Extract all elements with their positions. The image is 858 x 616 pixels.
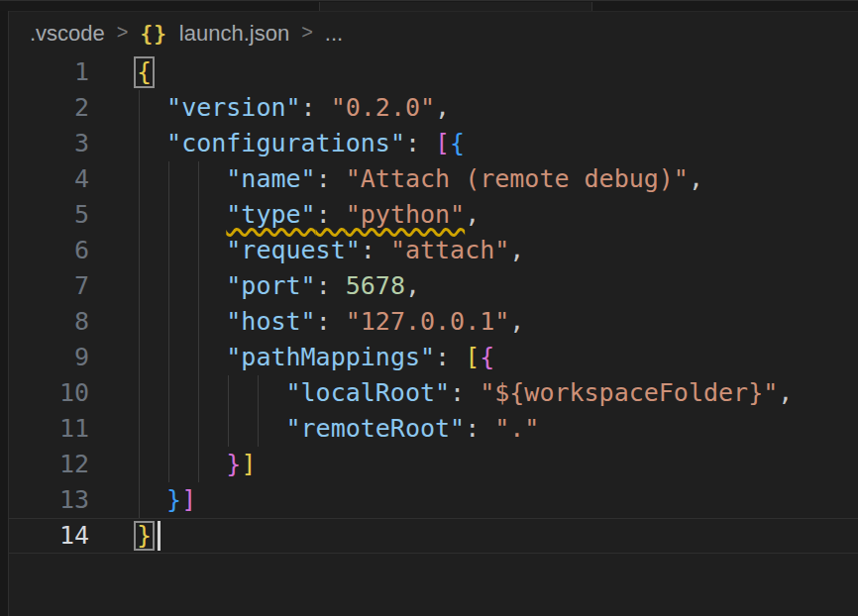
code-token	[137, 378, 286, 407]
warning-squiggle-span: "type": "python"	[226, 200, 465, 229]
chevron-right-icon: >	[117, 21, 129, 44]
code-line-6[interactable]: 6 "request": "attach",	[9, 233, 858, 268]
code-token	[137, 236, 226, 264]
code-token: "configurations"	[166, 129, 405, 157]
code-token	[137, 307, 226, 336]
code-token: :	[301, 93, 331, 122]
line-number[interactable]: 4	[9, 161, 89, 197]
code-token: :	[316, 164, 346, 193]
code-token: "type"	[226, 200, 315, 229]
code-text: "port": 5678,	[137, 268, 420, 304]
line-number[interactable]: 7	[9, 268, 89, 304]
code-token: "${workspaceFolder}"	[480, 378, 778, 407]
code-token: ,	[465, 200, 480, 229]
code-token: ,	[405, 271, 420, 300]
code-token: ,	[689, 164, 703, 193]
code-token	[137, 271, 226, 300]
code-token: :	[316, 271, 346, 300]
code-token: "attach"	[390, 236, 509, 264]
matched-bracket: }	[137, 519, 152, 553]
code-token: :	[405, 129, 435, 157]
code-line-14[interactable]: 14}	[9, 518, 858, 554]
matched-bracket: {	[137, 54, 152, 90]
code-token: "localRoot"	[286, 378, 451, 407]
code-token: "name"	[226, 164, 315, 193]
code-line-13[interactable]: 13 }]	[9, 482, 858, 518]
code-line-3[interactable]: 3 "configurations": [{	[9, 126, 858, 161]
editor-left-rail	[0, 11, 9, 616]
breadcrumb-file[interactable]: launch.json	[179, 21, 289, 47]
breadcrumb-symbol-ellipsis[interactable]: ...	[325, 21, 343, 47]
code-text: {	[137, 54, 152, 90]
code-token	[137, 485, 166, 514]
code-line-5[interactable]: 5 "type": "python",	[9, 197, 858, 233]
code-token: ,	[509, 236, 524, 264]
code-token: {	[450, 129, 465, 157]
code-line-10[interactable]: 10 "localRoot": "${workspaceFolder}",	[9, 375, 858, 411]
line-number[interactable]: 14	[9, 519, 89, 553]
line-number[interactable]: 8	[9, 304, 89, 340]
code-token	[137, 450, 226, 478]
code-text: }]	[137, 482, 196, 518]
json-braces-icon: {}	[141, 22, 167, 46]
code-line-4[interactable]: 4 "name": "Attach (remote debug)",	[9, 161, 858, 197]
code-text: "remoteRoot": "."	[137, 411, 539, 447]
code-text: "pathMappings": [{	[137, 340, 494, 375]
code-token: "request"	[226, 236, 360, 264]
tab-bar[interactable]	[0, 0, 858, 11]
line-number[interactable]: 6	[9, 233, 89, 268]
code-token: 5678	[346, 271, 405, 300]
code-line-9[interactable]: 9 "pathMappings": [{	[9, 340, 858, 375]
line-number[interactable]: 10	[9, 375, 89, 411]
code-token: "pathMappings"	[226, 343, 435, 371]
line-number[interactable]: 11	[9, 411, 89, 447]
code-token: :	[435, 343, 465, 371]
code-token: :	[465, 414, 494, 443]
chevron-right-icon: >	[301, 21, 313, 44]
line-number[interactable]: 2	[9, 90, 89, 126]
code-token: "version"	[166, 93, 300, 122]
code-token: ,	[778, 378, 793, 407]
code-token: :	[450, 378, 480, 407]
breadcrumb-folder[interactable]: .vscode	[30, 21, 105, 47]
code-token: ]	[241, 450, 256, 478]
code-line-12[interactable]: 12 }]	[9, 447, 858, 482]
code-line-11[interactable]: 11 "remoteRoot": "."	[9, 411, 858, 447]
code-token: "127.0.0.1"	[346, 307, 510, 336]
code-token: ]	[181, 485, 196, 514]
code-token	[137, 129, 166, 157]
line-number[interactable]: 9	[9, 340, 89, 375]
code-token: ,	[509, 307, 524, 336]
code-token: "python"	[346, 200, 465, 229]
line-number[interactable]: 5	[9, 197, 89, 233]
code-token: {	[480, 343, 494, 371]
code-text: "configurations": [{	[137, 126, 465, 161]
line-number[interactable]: 13	[9, 482, 89, 518]
code-token: "Attach (remote debug)"	[346, 164, 689, 193]
code-line-1[interactable]: 1{	[9, 54, 858, 90]
line-number[interactable]: 3	[9, 126, 89, 161]
code-token	[137, 414, 286, 443]
code-text: "request": "attach",	[137, 233, 524, 268]
code-text: "type": "python",	[137, 197, 480, 233]
code-text: }]	[137, 447, 256, 482]
code-line-8[interactable]: 8 "host": "127.0.0.1",	[9, 304, 858, 340]
code-token: "0.2.0"	[331, 93, 435, 122]
code-token: ,	[435, 93, 450, 122]
code-token: :	[361, 236, 390, 264]
code-text: "name": "Attach (remote debug)",	[137, 161, 703, 197]
code-token: :	[316, 200, 346, 229]
code-area[interactable]: 1{2 "version": "0.2.0",3 "configurations…	[9, 54, 858, 616]
code-token	[137, 200, 226, 229]
code-text: }	[137, 519, 152, 553]
code-token: }	[226, 450, 241, 478]
code-token: }	[166, 485, 181, 514]
code-line-2[interactable]: 2 "version": "0.2.0",	[9, 90, 858, 126]
line-number[interactable]: 1	[9, 54, 89, 90]
code-token: "port"	[226, 271, 315, 300]
breadcrumb: .vscode > {} launch.json > ...	[9, 12, 858, 54]
code-line-7[interactable]: 7 "port": 5678,	[9, 268, 858, 304]
code-token: "host"	[226, 307, 315, 336]
code-token	[137, 164, 226, 193]
line-number[interactable]: 12	[9, 447, 89, 482]
